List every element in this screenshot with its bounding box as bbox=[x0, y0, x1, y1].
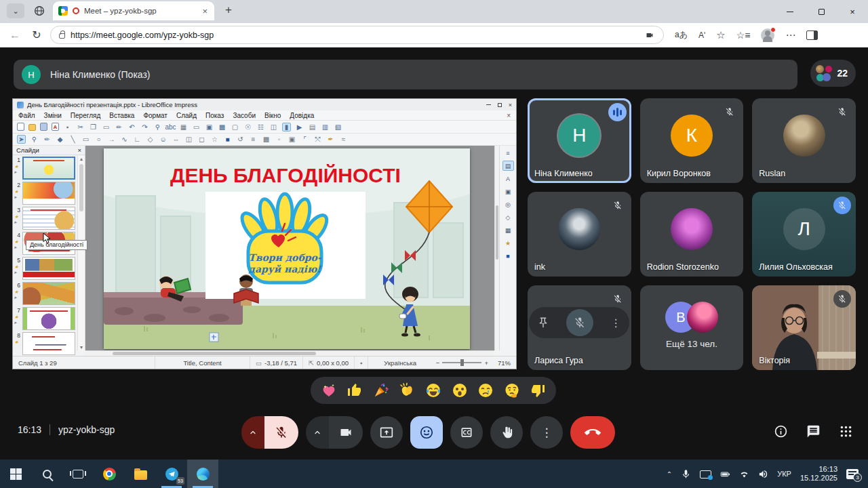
flowchart-icon[interactable]: ◫ bbox=[184, 135, 193, 144]
browser-tab[interactable]: Meet – ypz-yokb-sgp × bbox=[53, 1, 214, 20]
tile-ink[interactable]: ink bbox=[528, 192, 631, 277]
cut-icon[interactable]: ✂ bbox=[76, 123, 85, 131]
collections-icon[interactable]: ☆≡ bbox=[736, 30, 751, 41]
restore-button[interactable] bbox=[806, 0, 837, 23]
distribute-icon[interactable]: ▫ bbox=[275, 135, 283, 144]
fontwork-icon[interactable]: ✒ bbox=[326, 135, 335, 144]
tile-liliya-olkhovskaya[interactable]: Л Лилия Ольховская bbox=[752, 192, 856, 277]
stars-icon[interactable]: ☆ bbox=[210, 135, 219, 144]
activities-icon[interactable] bbox=[839, 424, 853, 439]
impress-restore-icon[interactable] bbox=[498, 103, 502, 107]
task-view-button[interactable] bbox=[62, 460, 94, 488]
slide-thumbnail-5[interactable]: 5 ★▸ bbox=[13, 256, 77, 281]
new-tab-button[interactable]: + bbox=[218, 3, 239, 19]
end-call-button[interactable] bbox=[570, 416, 615, 449]
tab-list-chevron-icon[interactable]: ⌄ bbox=[7, 3, 24, 18]
fill-color-icon[interactable]: ◆ bbox=[56, 135, 64, 144]
menu-format[interactable]: Формат bbox=[143, 112, 167, 119]
reaction-thinking-icon[interactable] bbox=[504, 382, 520, 399]
sidebar-master-slides-icon[interactable]: ▦ bbox=[502, 225, 514, 235]
slide-canvas[interactable]: ДЕНЬ БЛАГОДІЙНОСТІ bbox=[85, 146, 494, 350]
present-button[interactable] bbox=[370, 416, 403, 449]
edit-points-icon[interactable]: ⤲ bbox=[313, 135, 322, 144]
file-explorer-icon[interactable] bbox=[125, 460, 156, 488]
insert-line-icon[interactable]: ╲ bbox=[68, 135, 77, 144]
reaction-thumbs-up-icon[interactable] bbox=[347, 382, 363, 399]
sidebar-transition-icon[interactable]: ■ bbox=[502, 251, 514, 261]
mic-mute-button[interactable] bbox=[264, 416, 298, 449]
canvas-horizontal-scrollbar[interactable] bbox=[85, 350, 494, 356]
menu-window[interactable]: Вікно bbox=[264, 112, 281, 119]
reaction-party-popper-icon[interactable] bbox=[373, 382, 389, 399]
browser-menu-icon[interactable]: ⋯ bbox=[785, 29, 795, 41]
sidebar-toggle-icon[interactable] bbox=[806, 30, 818, 40]
reactions-button[interactable] bbox=[410, 416, 443, 449]
slide-thumbnail-1[interactable]: 1 ★▸ bbox=[13, 156, 77, 181]
new-slide-icon[interactable]: ▥ bbox=[321, 123, 330, 131]
chat-icon[interactable] bbox=[806, 424, 821, 439]
spelling-icon[interactable]: abc bbox=[166, 123, 175, 131]
slide-thumbnail-7[interactable]: 7 ★▸ bbox=[13, 306, 77, 331]
taskbar-clock[interactable]: 16:13 15.12.2025 bbox=[800, 465, 837, 483]
tile-overflow[interactable]: В Ещё 13 чел. bbox=[640, 285, 744, 370]
connector-icon[interactable]: ∟ bbox=[133, 135, 142, 144]
slide-thumbnail-3[interactable]: 3 ★▸ bbox=[13, 206, 77, 231]
slides-panel-scrollbar[interactable]: ▲ ▼ bbox=[77, 156, 85, 350]
meeting-details-icon[interactable] bbox=[774, 424, 788, 439]
reaction-joy-icon[interactable] bbox=[425, 382, 441, 399]
select-icon[interactable]: ➤ bbox=[17, 135, 26, 144]
tray-wifi-icon[interactable] bbox=[739, 469, 749, 479]
menu-tools[interactable]: Засоби bbox=[233, 112, 256, 119]
shadow-icon[interactable]: ▣ bbox=[288, 135, 296, 144]
reaction-crying-icon[interactable] bbox=[477, 382, 494, 399]
impress-close-icon[interactable]: × bbox=[509, 102, 512, 108]
menu-edit[interactable]: Зміни bbox=[44, 112, 62, 119]
url-bar[interactable]: https://meet.google.com/ypz-yokb-sgp bbox=[50, 26, 664, 44]
symbol-shapes-icon[interactable]: ☺ bbox=[159, 135, 167, 144]
sidebar-navigator-icon[interactable]: ◎ bbox=[502, 199, 514, 209]
arrange-icon[interactable]: ▩ bbox=[262, 135, 271, 144]
3d-objects-icon[interactable]: ■ bbox=[223, 135, 232, 144]
camera-options-chevron-icon[interactable] bbox=[306, 416, 329, 449]
line-color-icon[interactable]: ✏ bbox=[43, 135, 52, 144]
telegram-taskbar-icon[interactable]: 53 bbox=[156, 460, 187, 488]
canvas-vertical-scrollbar[interactable] bbox=[494, 146, 499, 350]
tab-close-icon[interactable]: × bbox=[201, 6, 209, 16]
show-grid-icon[interactable]: ☷ bbox=[256, 123, 265, 131]
callouts-icon[interactable]: ◻ bbox=[197, 135, 206, 144]
refresh-icon[interactable]: ↻ bbox=[28, 28, 45, 41]
menu-insert[interactable]: Вставка bbox=[109, 112, 134, 119]
menu-view[interactable]: Перегляд bbox=[71, 112, 100, 119]
tile-more-icon[interactable]: ⋮ bbox=[610, 317, 621, 329]
more-options-button[interactable]: ⋮ bbox=[530, 416, 563, 449]
minimize-button[interactable] bbox=[774, 0, 806, 23]
clone-formatting-icon[interactable]: ✏ bbox=[115, 123, 123, 131]
slide-thumbnail-6[interactable]: 6 ★▸ bbox=[13, 281, 77, 306]
zoom-icon[interactable]: ⚲ bbox=[30, 135, 39, 144]
read-aloud-icon[interactable]: Aʹ bbox=[698, 30, 705, 40]
undo-icon[interactable]: ↶ bbox=[127, 123, 136, 131]
status-language[interactable]: Українська bbox=[368, 357, 431, 369]
find-replace-icon[interactable]: ⚲ bbox=[153, 123, 162, 131]
reaction-sparkling-heart-icon[interactable] bbox=[321, 382, 337, 399]
lock-icon[interactable] bbox=[59, 33, 65, 39]
language-indicator[interactable]: УКР bbox=[777, 470, 791, 478]
text-box-icon[interactable]: ▭ bbox=[192, 123, 201, 131]
print-icon[interactable]: ▪ bbox=[63, 123, 72, 131]
menu-file[interactable]: Файл bbox=[18, 112, 35, 119]
tab-media-icon[interactable] bbox=[644, 31, 655, 39]
sidebar-animation-icon[interactable]: ★ bbox=[502, 238, 514, 248]
align-icon[interactable]: ≡ bbox=[249, 135, 258, 144]
status-zoom-level[interactable]: 71% bbox=[492, 357, 516, 369]
ellipse-icon[interactable]: ○ bbox=[94, 135, 103, 144]
hyperlink-icon[interactable]: ☉ bbox=[243, 123, 252, 131]
tray-battery-icon[interactable] bbox=[720, 469, 730, 479]
insert-image-icon[interactable]: ▣ bbox=[205, 123, 214, 131]
menu-slideshow[interactable]: Показ bbox=[205, 112, 224, 119]
master-slide-icon[interactable]: ▤ bbox=[308, 123, 317, 131]
crop-icon[interactable]: ⌜ bbox=[300, 135, 309, 144]
arrow-icon[interactable]: → bbox=[107, 135, 116, 144]
raise-hand-button[interactable] bbox=[490, 416, 523, 449]
sidebar-character-icon[interactable]: A bbox=[502, 174, 514, 184]
insert-chart-icon[interactable]: ▩ bbox=[218, 123, 226, 131]
